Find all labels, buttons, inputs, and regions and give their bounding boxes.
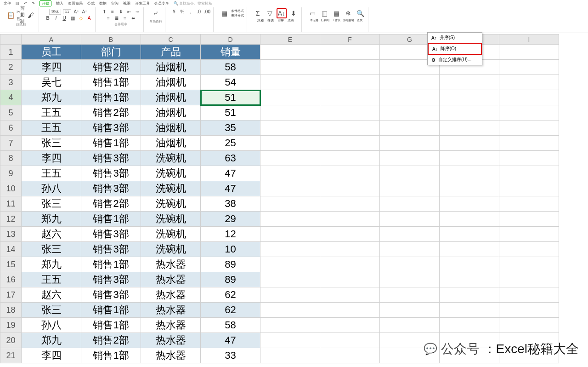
cell-G12[interactable] <box>380 212 440 227</box>
cell-E12[interactable] <box>260 212 320 227</box>
cell-H11[interactable] <box>440 196 499 212</box>
cell-G5[interactable] <box>380 105 440 120</box>
cell-D17[interactable]: 62 <box>201 287 260 303</box>
cell-I6[interactable] <box>499 120 559 136</box>
cell-D12[interactable]: 29 <box>201 212 260 227</box>
col-header-C[interactable]: C <box>141 34 201 45</box>
cell-B1[interactable]: 部门 <box>81 45 141 60</box>
cell-B6[interactable]: 销售3部 <box>81 120 141 136</box>
font-name-select[interactable]: 宋体 <box>49 9 61 15</box>
cell-E18[interactable] <box>260 303 320 318</box>
row-header-10[interactable]: 10 <box>0 181 22 196</box>
cell-I12[interactable] <box>499 212 559 227</box>
cell-B16[interactable]: 销售3部 <box>81 272 141 287</box>
cell-G6[interactable] <box>380 120 440 136</box>
cell-H10[interactable] <box>440 181 499 196</box>
cell-D10[interactable]: 47 <box>201 181 260 196</box>
cell-E1[interactable] <box>260 45 320 60</box>
row-header-6[interactable]: 6 <box>0 120 22 136</box>
cell-F16[interactable] <box>320 272 380 287</box>
cell-I18[interactable] <box>499 303 559 318</box>
cell-B12[interactable]: 销售1部 <box>81 212 141 227</box>
cell-C15[interactable]: 热水器 <box>141 257 201 272</box>
col-header-A[interactable]: A <box>22 34 81 45</box>
cell-A13[interactable]: 赵六 <box>22 227 81 242</box>
cell-F3[interactable] <box>320 75 380 90</box>
cell-D19[interactable]: 58 <box>201 318 260 333</box>
cell-C21[interactable]: 热水器 <box>141 348 201 363</box>
cell-A20[interactable]: 郑九 <box>22 333 81 348</box>
row-header-20[interactable]: 20 <box>0 333 22 348</box>
cell-H12[interactable] <box>440 212 499 227</box>
cond-fmt-icon[interactable]: ▦ <box>219 8 229 18</box>
cell-D16[interactable]: 89 <box>201 272 260 287</box>
tab-view[interactable]: 视图 <box>123 1 130 6</box>
cell-A19[interactable]: 孙八 <box>22 318 81 333</box>
cell-F11[interactable] <box>320 196 380 212</box>
cell-E16[interactable] <box>260 272 320 287</box>
cell-D2[interactable]: 58 <box>201 60 260 75</box>
cell-G18[interactable] <box>380 303 440 318</box>
tab-layout[interactable]: 页面布局 <box>68 1 83 6</box>
cell-F2[interactable] <box>320 60 380 75</box>
cell-C5[interactable]: 油烟机 <box>141 105 201 120</box>
row-header-16[interactable]: 16 <box>0 272 22 287</box>
freeze-icon[interactable]: ❄ <box>343 8 353 18</box>
cell-I8[interactable] <box>499 151 559 166</box>
cell-G16[interactable] <box>380 272 440 287</box>
cell-G17[interactable] <box>380 287 440 303</box>
cell-E7[interactable] <box>260 136 320 151</box>
cell-B9[interactable]: 销售3部 <box>81 166 141 181</box>
cell-A2[interactable]: 李四 <box>22 60 81 75</box>
cell-F1[interactable] <box>320 45 380 60</box>
cell-B11[interactable]: 销售2部 <box>81 196 141 212</box>
cell-C14[interactable]: 洗碗机 <box>141 242 201 257</box>
cell-F8[interactable] <box>320 151 380 166</box>
row-header-9[interactable]: 9 <box>0 166 22 181</box>
row-header-17[interactable]: 17 <box>0 287 22 303</box>
cell-I1[interactable] <box>499 45 559 60</box>
border-icon[interactable]: ▦ <box>69 15 76 21</box>
cell-H9[interactable] <box>440 166 499 181</box>
rowcol-icon[interactable]: ▥ <box>319 8 329 18</box>
select-all-corner[interactable] <box>0 34 22 45</box>
cell-D20[interactable]: 47 <box>201 333 260 348</box>
cell-F14[interactable] <box>320 242 380 257</box>
cell-style-label[interactable]: 表格样式 <box>231 13 244 18</box>
cell-B8[interactable]: 销售3部 <box>81 151 141 166</box>
comma-icon[interactable]: , <box>187 8 194 15</box>
row-header-12[interactable]: 12 <box>0 212 22 227</box>
cell-A7[interactable]: 张三 <box>22 136 81 151</box>
cell-F15[interactable] <box>320 257 380 272</box>
cell-A12[interactable]: 郑九 <box>22 212 81 227</box>
cell-E13[interactable] <box>260 227 320 242</box>
cell-D11[interactable]: 38 <box>201 196 260 212</box>
cell-E9[interactable] <box>260 166 320 181</box>
align-right-icon[interactable]: ≡ <box>122 15 128 21</box>
col-header-B[interactable]: B <box>81 34 141 45</box>
dec-dec-icon[interactable]: .00 <box>204 8 210 15</box>
cell-C6[interactable]: 油烟机 <box>141 120 201 136</box>
cell-D14[interactable]: 10 <box>201 242 260 257</box>
cell-G7[interactable] <box>380 136 440 151</box>
cell-C9[interactable]: 洗碗机 <box>141 166 201 181</box>
italic-icon[interactable]: I <box>53 15 59 21</box>
cell-E5[interactable] <box>260 105 320 120</box>
cell-C19[interactable]: 热水器 <box>141 318 201 333</box>
cell-A4[interactable]: 郑九 <box>22 90 81 105</box>
tab-data[interactable]: 数据 <box>99 1 107 6</box>
indent-dec-icon[interactable]: ⇤ <box>126 8 132 15</box>
cell-E21[interactable] <box>260 348 320 363</box>
cell-F4[interactable] <box>320 90 380 105</box>
fill-icon[interactable]: ⬇ <box>288 8 299 18</box>
wrap-icon[interactable]: ⤶ <box>151 8 161 18</box>
cell-F6[interactable] <box>320 120 380 136</box>
col-header-F[interactable]: F <box>320 34 380 45</box>
cell-B21[interactable]: 销售1部 <box>81 348 141 363</box>
cell-D18[interactable]: 62 <box>201 303 260 318</box>
cell-H19[interactable] <box>440 318 499 333</box>
cell-H3[interactable] <box>440 75 499 90</box>
cell-G3[interactable] <box>380 75 440 90</box>
cell-A1[interactable]: 员工 <box>22 45 81 60</box>
menu-file[interactable]: 文件 <box>4 1 11 6</box>
